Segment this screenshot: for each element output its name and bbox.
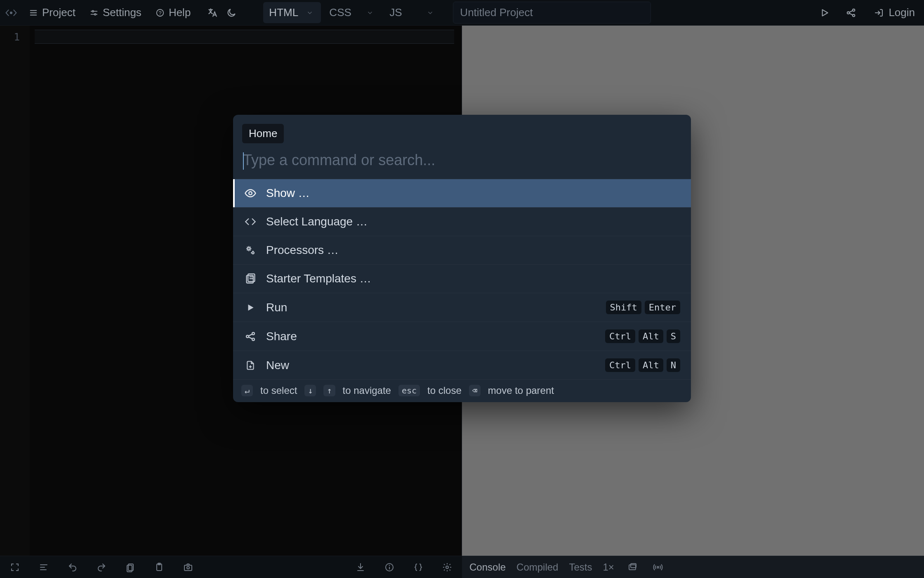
svg-point-31	[249, 192, 252, 195]
shortcut-key: Ctrl	[605, 358, 635, 372]
shortcut-key: S	[667, 329, 680, 343]
select-hint-label: to select	[260, 385, 297, 396]
shortcut-group: CtrlAltS	[605, 329, 680, 343]
navigate-hint-label: to navigate	[343, 385, 391, 396]
palette-breadcrumbs: Home	[233, 115, 691, 143]
command-item-label: Share	[266, 330, 297, 343]
up-key-hint: ↑	[323, 385, 335, 396]
parent-hint-label: move to parent	[488, 385, 554, 396]
shortcut-group: ShiftEnter	[606, 301, 680, 314]
shortcut-key: Ctrl	[605, 329, 635, 343]
svg-line-41	[248, 334, 252, 336]
svg-point-33	[252, 252, 254, 254]
new-file-icon	[244, 359, 257, 372]
modal-overlay[interactable]: Home Show …Select Language … Processors …	[0, 0, 924, 578]
command-item[interactable]: Show …	[233, 179, 691, 207]
command-item[interactable]: Select Language …	[233, 207, 691, 236]
close-hint-label: to close	[427, 385, 462, 396]
shortcut-key: Alt	[639, 358, 663, 372]
share-icon	[244, 330, 257, 343]
command-item-label: Starter Templates …	[266, 272, 371, 285]
command-item[interactable]: Starter Templates …	[233, 264, 691, 293]
shortcut-group: CtrlAltN	[605, 358, 680, 372]
command-list: Show …Select Language … Processors …Star…	[233, 179, 691, 379]
command-item[interactable]: RunShiftEnter	[233, 293, 691, 322]
command-item-label: New	[266, 359, 289, 372]
command-item-label: Run	[266, 301, 287, 314]
command-item[interactable]: NewCtrlAltN	[233, 351, 691, 379]
breadcrumb-home[interactable]: Home	[242, 124, 284, 143]
svg-line-42	[248, 337, 252, 339]
command-item-label: Select Language …	[266, 215, 368, 228]
command-palette: Home Show …Select Language … Processors …	[233, 115, 691, 402]
eye-icon	[244, 187, 257, 200]
command-item[interactable]: ShareCtrlAltS	[233, 322, 691, 351]
command-item-label: Show …	[266, 187, 310, 200]
command-search-input[interactable]	[243, 152, 681, 169]
play-icon	[244, 301, 257, 314]
svg-point-32	[248, 248, 250, 250]
text-cursor	[243, 152, 244, 170]
command-item-label: Processors …	[266, 244, 339, 257]
enter-key-hint: ↵	[241, 385, 253, 396]
down-key-hint: ↓	[304, 385, 316, 396]
code-icon	[244, 215, 257, 228]
shortcut-key: Enter	[645, 301, 680, 314]
palette-footer-hints: ↵ to select ↓ ↑ to navigate esc to close…	[233, 379, 691, 402]
esc-key-hint: esc	[398, 385, 420, 396]
command-item[interactable]: Processors …	[233, 236, 691, 264]
shortcut-key: Alt	[639, 329, 663, 343]
gears-icon	[244, 244, 257, 257]
backspace-key-hint: ⌫	[469, 385, 481, 396]
templates-icon	[244, 272, 257, 285]
shortcut-key: Shift	[606, 301, 641, 314]
shortcut-key: N	[667, 358, 680, 372]
